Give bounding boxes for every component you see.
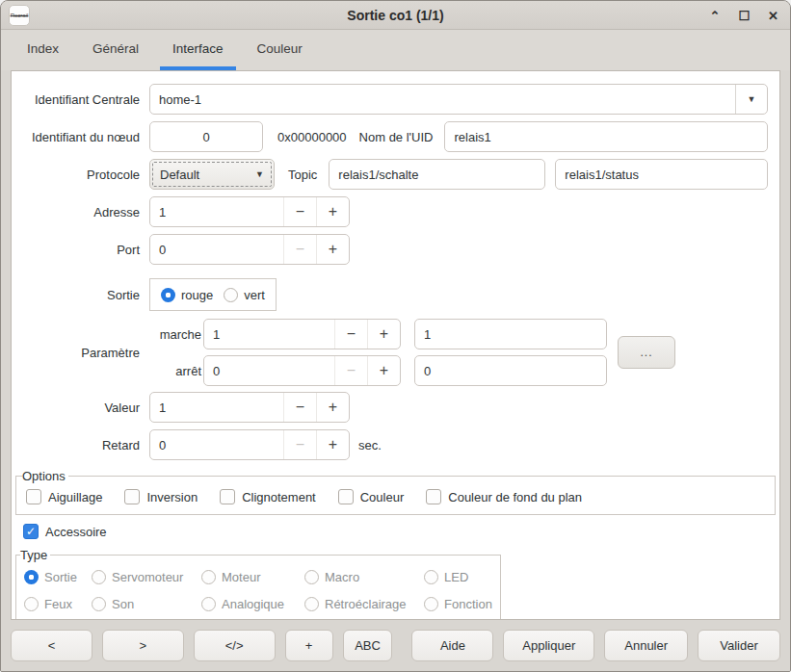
- help-button[interactable]: Aide: [411, 630, 493, 661]
- plus-icon[interactable]: +: [316, 197, 349, 226]
- parameter-on-value[interactable]: 1: [204, 320, 334, 349]
- checkbox-aiguillage[interactable]: Aiguillage: [26, 489, 102, 504]
- output-label: Sortie: [12, 288, 149, 302]
- radio-type-servomoteur[interactable]: Servomoteur: [92, 565, 201, 588]
- port-stepper[interactable]: 0 − +: [149, 234, 350, 265]
- tab-index[interactable]: Index: [14, 30, 71, 70]
- node-id-hex: 0x00000000: [277, 130, 347, 144]
- delay-value[interactable]: 0: [150, 430, 283, 459]
- parameter-off-value[interactable]: 0: [204, 356, 334, 385]
- ok-button[interactable]: Valider: [698, 630, 780, 661]
- previous-button[interactable]: <: [11, 630, 92, 661]
- radio-type-moteur[interactable]: Moteur: [201, 565, 304, 588]
- radio-type-moteur-label: Moteur: [222, 570, 260, 584]
- port-value[interactable]: 0: [150, 235, 283, 264]
- apply-button[interactable]: Appliquer: [503, 630, 594, 661]
- address-value[interactable]: 1: [150, 197, 283, 226]
- topic-label: Topic: [288, 168, 317, 182]
- radio-type-servomoteur-label: Servomoteur: [112, 570, 183, 584]
- cancel-button[interactable]: Annuler: [604, 630, 688, 661]
- close-icon[interactable]: ✕: [768, 10, 778, 22]
- plus-icon[interactable]: +: [367, 320, 400, 349]
- shade-icon[interactable]: ⌃: [710, 10, 721, 22]
- status-topic-input[interactable]: relais1/status: [555, 159, 768, 190]
- more-options-button[interactable]: ...: [618, 336, 675, 369]
- central-id-combobox[interactable]: home-1 ▼: [149, 84, 768, 115]
- protocol-dropdown[interactable]: Default ▼: [149, 159, 275, 190]
- checkbox-couleur-fond[interactable]: Couleur de fond du plan: [426, 489, 582, 504]
- radio-type-analogique[interactable]: Analogique: [201, 592, 304, 615]
- checkbox-icon: [124, 489, 140, 504]
- checked-icon: ✓: [23, 524, 39, 539]
- radio-type-feux-label: Feux: [44, 597, 72, 611]
- maximize-icon[interactable]: ☐: [738, 10, 750, 22]
- topic-input[interactable]: relais1/schalte: [329, 159, 545, 190]
- port-row: Port 0 − +: [12, 234, 779, 265]
- delay-stepper[interactable]: 0 − +: [149, 429, 350, 460]
- type-radio-grid: Sortie Servomoteur Moteur Macro LED: [24, 565, 492, 615]
- add-button[interactable]: +: [285, 630, 333, 661]
- checkbox-couleur[interactable]: Couleur: [338, 489, 405, 504]
- plus-icon[interactable]: +: [316, 393, 349, 422]
- radio-type-fonction[interactable]: Fonction: [424, 592, 492, 615]
- protocol-value: Default: [160, 168, 255, 182]
- delay-row: Retard 0 − + sec.: [12, 429, 779, 460]
- radio-type-son[interactable]: Son: [92, 592, 201, 615]
- radio-type-macro[interactable]: Macro: [304, 565, 424, 588]
- central-id-label: Identifiant Centrale: [12, 92, 149, 107]
- checkbox-inversion-label: Inversion: [146, 490, 198, 504]
- dialog-window: Rocrail Sortie co1 (1/1) ⌃ ☐ ✕ Index Gén…: [0, 0, 791, 672]
- radio-type-retroeclairage-label: Rétroéclairage: [325, 597, 407, 611]
- checkbox-inversion[interactable]: Inversion: [124, 489, 198, 504]
- checkbox-accessoire-label: Accessoire: [45, 525, 107, 539]
- uid-name-label: Nom de l'UID: [359, 130, 434, 144]
- window-title: Sortie co1 (1/1): [1, 8, 790, 23]
- radio-type-fonction-label: Fonction: [444, 597, 492, 611]
- options-checkbox-row: Aiguillage Inversion Clignotement Couleu…: [26, 489, 765, 504]
- minus-icon: −: [334, 356, 367, 385]
- minus-icon[interactable]: −: [283, 197, 316, 226]
- tab-general[interactable]: Général: [80, 30, 151, 70]
- checkbox-icon: [26, 489, 41, 504]
- node-id-input[interactable]: 0: [149, 121, 263, 152]
- xml-button[interactable]: </>: [194, 630, 276, 661]
- chevron-down-icon[interactable]: ▼: [735, 85, 767, 114]
- protocol-label: Protocole: [12, 168, 149, 182]
- type-legend: Type: [20, 548, 50, 562]
- delay-label: Retard: [12, 438, 149, 452]
- options-legend: Options: [22, 469, 68, 483]
- plus-icon[interactable]: +: [316, 430, 349, 459]
- checkbox-accessoire[interactable]: ✓ Accessoire: [23, 524, 779, 539]
- radio-vert[interactable]: vert: [224, 288, 265, 302]
- minus-icon[interactable]: −: [283, 393, 316, 422]
- window-controls: ⌃ ☐ ✕: [710, 1, 778, 30]
- address-stepper[interactable]: 1 − +: [149, 196, 350, 227]
- delay-unit: sec.: [358, 438, 382, 452]
- next-button[interactable]: >: [102, 630, 184, 661]
- abc-button[interactable]: ABC: [343, 630, 393, 661]
- parameter-off-stepper[interactable]: 0 − +: [203, 355, 401, 386]
- minus-icon[interactable]: −: [334, 320, 367, 349]
- interface-panel: Identifiant Centrale home-1 ▼ Identifian…: [11, 70, 780, 620]
- plus-icon[interactable]: +: [316, 235, 349, 264]
- uid-name-input[interactable]: relais1: [444, 121, 768, 152]
- tab-couleur[interactable]: Couleur: [245, 30, 315, 70]
- parameter-on-stepper[interactable]: 1 − +: [203, 319, 401, 349]
- radio-unselected-icon: [304, 597, 319, 611]
- checkbox-clignotement[interactable]: Clignotement: [220, 489, 316, 504]
- radio-type-sortie[interactable]: Sortie: [24, 565, 92, 588]
- value-value[interactable]: 1: [150, 393, 283, 422]
- parameter-on-input[interactable]: 1: [414, 319, 607, 349]
- app-icon-label: Rocrail: [11, 13, 29, 18]
- tab-interface[interactable]: Interface: [160, 30, 236, 70]
- radio-type-led[interactable]: LED: [424, 565, 492, 588]
- value-stepper[interactable]: 1 − +: [149, 392, 350, 423]
- radio-unselected-icon: [24, 597, 39, 611]
- plus-icon[interactable]: +: [367, 356, 400, 385]
- value-label: Valeur: [12, 401, 149, 415]
- radio-type-macro-label: Macro: [325, 570, 359, 584]
- radio-type-feux[interactable]: Feux: [24, 592, 92, 615]
- parameter-off-input[interactable]: 0: [414, 355, 607, 386]
- radio-rouge[interactable]: rouge: [161, 288, 213, 302]
- radio-type-retroeclairage[interactable]: Rétroéclairage: [304, 592, 424, 615]
